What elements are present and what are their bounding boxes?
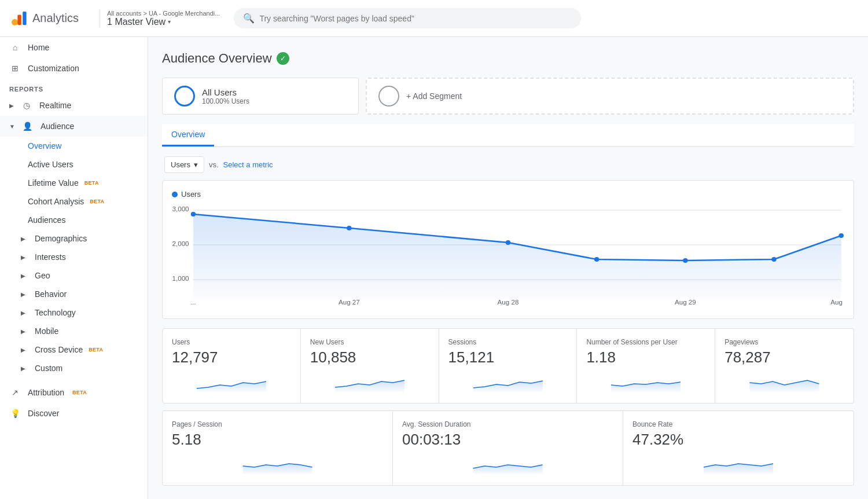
svg-text:Aug 27: Aug 27 [339, 299, 360, 306]
add-segment-button[interactable]: + Add Segment [366, 78, 854, 115]
segment-info: All Users 100.00% Users [202, 87, 249, 105]
arrow-icon: ▶ [21, 310, 30, 316]
stat-pageviews-value: 78,287 [724, 348, 844, 366]
chevron-down-icon: ▾ [168, 19, 171, 25]
sparkline-sessions-per-user [586, 371, 705, 392]
svg-text:...: ... [190, 299, 196, 306]
svg-point-12 [506, 240, 510, 245]
stat-pages-per-session: Pages / Session 5.18 [163, 411, 393, 485]
sparkline-br [632, 453, 844, 474]
sidebar-item-audience[interactable]: ▼ 👤 Audience [0, 116, 148, 137]
svg-rect-2 [23, 12, 26, 25]
sidebar-item-attribution[interactable]: ↗ Attribution BETA [0, 382, 148, 403]
add-segment-label: + Add Segment [406, 91, 462, 101]
sidebar-collapsible-behavior[interactable]: ▶ Behavior [0, 285, 148, 303]
sparkline-pageviews [724, 371, 844, 392]
chart-svg: 3,000 2,000 1,000 [172, 203, 844, 307]
page-title: Audience Overview [162, 51, 272, 66]
sidebar-item-realtime[interactable]: ▶ ◷ Realtime [0, 95, 148, 116]
clock-icon: ◷ [21, 101, 32, 110]
stat-sessions-label: Sessions [448, 338, 568, 346]
svg-text:1,000: 1,000 [172, 275, 189, 282]
stat-sessions-value: 15,121 [448, 348, 568, 366]
vs-label: vs. [209, 160, 219, 169]
stat-users: Users 12,797 [163, 329, 301, 403]
svg-point-11 [347, 226, 351, 230]
segment-name: All Users [202, 87, 249, 97]
view-selector[interactable]: 1 Master View ▾ [107, 17, 220, 27]
sidebar-sub-audiences[interactable]: Audiences [0, 211, 148, 229]
svg-text:Aug 28: Aug 28 [498, 299, 519, 306]
tab-bar: Overview [162, 124, 854, 147]
search-area: 🔍 [234, 8, 845, 28]
link-icon: ↗ [9, 388, 21, 397]
svg-point-10 [191, 212, 196, 217]
sidebar-item-customization[interactable]: ⊞ Customization [0, 58, 148, 79]
sidebar-collapsible-technology[interactable]: ▶ Technology [0, 303, 148, 322]
select-metric-link[interactable]: Select a metric [223, 160, 273, 169]
account-info: All accounts > UA - Google Merchandi... … [107, 10, 220, 27]
reports-section-label: REPORTS [0, 79, 148, 95]
sparkline-pps [172, 453, 383, 474]
sidebar-item-discover[interactable]: 💡 Discover [0, 403, 148, 424]
dashboard-icon: ⊞ [9, 64, 21, 73]
expand-icon: ▶ [9, 102, 14, 109]
sparkline-asd [402, 453, 613, 474]
dropdown-arrow-icon: ▾ [194, 160, 198, 169]
arrow-icon: ▶ [21, 365, 30, 372]
arrow-icon: ▶ [21, 236, 30, 242]
stat-sessions: Sessions 15,121 [439, 329, 578, 403]
beta-badge-attribution: BETA [72, 390, 87, 395]
stat-pageviews-label: Pageviews [724, 338, 844, 346]
home-icon: ⌂ [9, 43, 21, 52]
arrow-icon: ▶ [21, 254, 30, 260]
metric-controls: Users ▾ vs. Select a metric [162, 156, 854, 173]
legend-label: Users [181, 190, 201, 199]
sidebar-sub-active-users[interactable]: Active Users [0, 155, 148, 174]
sidebar-sub-overview[interactable]: Overview [0, 137, 148, 155]
arrow-icon: ▶ [21, 328, 30, 335]
selected-metric: Users [171, 160, 190, 169]
tab-overview[interactable]: Overview [162, 124, 214, 146]
sidebar-item-home[interactable]: ⌂ Home [0, 37, 148, 58]
search-input[interactable] [259, 14, 572, 23]
sparkline-new-users [310, 371, 429, 392]
topbar: Analytics All accounts > UA - Google Mer… [0, 0, 868, 37]
svg-text:Aug 29: Aug 29 [675, 299, 696, 306]
segment-primary[interactable]: All Users 100.00% Users [162, 78, 359, 115]
arrow-icon: ▶ [21, 273, 30, 279]
sidebar-collapsible-geo[interactable]: ▶ Geo [0, 266, 148, 285]
search-box[interactable]: 🔍 [234, 8, 581, 28]
sidebar: ⌂ Home ⊞ Customization REPORTS ▶ ◷ Realt… [0, 37, 148, 499]
stat-avg-session-duration: Avg. Session Duration 00:03:13 [393, 411, 623, 485]
stat-sessions-per-user-label: Number of Sessions per User [586, 338, 705, 346]
svg-text:3,000: 3,000 [172, 206, 189, 212]
person-icon: 👤 [22, 122, 34, 131]
expand-down-icon: ▼ [9, 123, 15, 130]
sidebar-sub-lifetime-value[interactable]: Lifetime Value BETA [0, 174, 148, 192]
stat-new-users-label: New Users [310, 338, 429, 346]
lightbulb-icon: 💡 [9, 409, 21, 418]
svg-text:2,000: 2,000 [172, 240, 189, 247]
sidebar-collapsible-mobile[interactable]: ▶ Mobile [0, 322, 148, 340]
arrow-icon: ▶ [21, 291, 30, 298]
sidebar-collapsible-demographics[interactable]: ▶ Demographics [0, 229, 148, 248]
beta-badge-cross-device: BETA [89, 347, 103, 353]
sidebar-collapsible-custom[interactable]: ▶ Custom [0, 359, 148, 377]
segment-bar: All Users 100.00% Users + Add Segment [162, 78, 854, 115]
segment-circle-gray [378, 86, 399, 107]
sidebar-collapsible-interests[interactable]: ▶ Interests [0, 248, 148, 266]
chart-legend: Users [172, 190, 844, 199]
stat-br-label: Bounce Rate [632, 420, 844, 428]
main-layout: ⌂ Home ⊞ Customization REPORTS ▶ ◷ Realt… [0, 37, 868, 499]
beta-badge-cohort: BETA [90, 199, 104, 204]
logo: Analytics [9, 9, 83, 28]
sidebar-sub-cohort-analysis[interactable]: Cohort Analysis BETA [0, 192, 148, 211]
sidebar-collapsible-cross-device[interactable]: ▶ Cross Device BETA [0, 340, 148, 359]
stat-sessions-per-user-value: 1.18 [586, 348, 705, 366]
svg-point-14 [683, 258, 687, 263]
sparkline-users [172, 371, 291, 392]
svg-marker-9 [193, 214, 841, 299]
metric-dropdown[interactable]: Users ▾ [164, 156, 204, 173]
segment-sub: 100.00% Users [202, 97, 249, 105]
